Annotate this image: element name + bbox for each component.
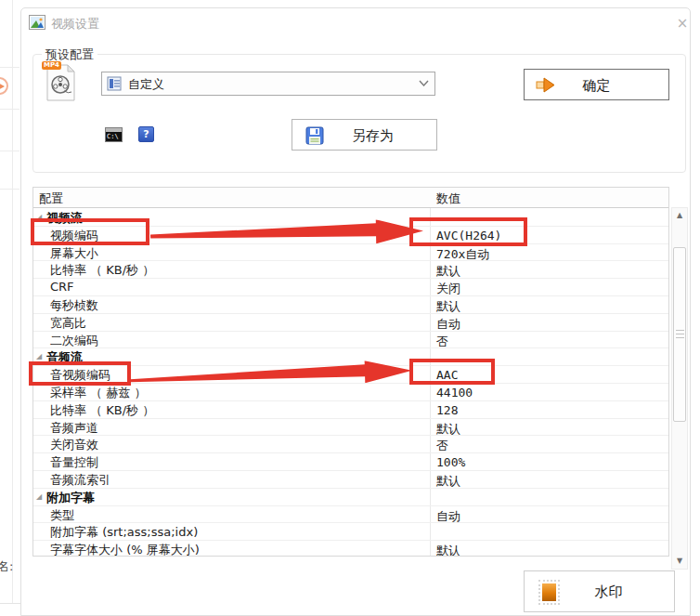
cmd-text: C:\ xyxy=(107,133,119,140)
table-row[interactable]: 音频流索引默认 xyxy=(33,471,668,489)
table-row[interactable]: 屏幕大小720x自动 xyxy=(33,244,668,262)
row-label: 屏幕大小 xyxy=(50,245,98,262)
vertical-scrollbar[interactable]: ▲ ▼ xyxy=(671,207,688,570)
highlight-box-audio-codec-value xyxy=(409,359,495,385)
table-row[interactable]: 宽高比自动 xyxy=(33,314,668,332)
row-value: 默认 xyxy=(436,473,460,490)
close-icon[interactable]: × xyxy=(673,14,692,33)
row-label: 类型 xyxy=(50,507,74,524)
row-label: 字幕字体大小 (% 屏幕大小) xyxy=(50,542,200,557)
background-row-line xyxy=(0,189,19,190)
table-row[interactable]: 字幕字体大小 (% 屏幕大小)默认 xyxy=(33,541,668,557)
table-row[interactable]: 采样率 （ 赫兹 ）44100 xyxy=(33,384,668,401)
row-label: 音量控制 xyxy=(50,454,98,471)
table-row[interactable]: 比特率 （ KB/秒 ）默认 xyxy=(33,261,668,279)
command-line-icon[interactable]: ... C:\ xyxy=(105,127,123,142)
table-row[interactable]: 比特率 （ KB/秒 ）128 xyxy=(33,401,668,419)
preset-combobox[interactable]: 自定义 xyxy=(101,72,435,96)
help-icon[interactable]: ? xyxy=(138,126,154,142)
row-label: 比特率 （ KB/秒 ） xyxy=(50,262,154,279)
red-arrow-video xyxy=(150,218,425,247)
chevron-down-icon xyxy=(419,80,429,86)
save-as-button[interactable]: 另存为 xyxy=(292,119,437,151)
table-header: 配置 数值 xyxy=(33,188,668,208)
cmd-titlebar: ... xyxy=(106,128,122,132)
background-clipped-label: 名: xyxy=(0,558,13,575)
background-row-line xyxy=(0,67,19,68)
play-icon xyxy=(0,77,8,95)
row-label: 附加字幕 xyxy=(46,490,95,506)
row-value: 720x自动 xyxy=(436,246,489,263)
table-row[interactable]: 附加字幕 (srt;ass;ssa;idx) xyxy=(33,523,668,541)
row-label: 二次编码 xyxy=(50,333,98,349)
scroll-up-icon[interactable]: ▲ xyxy=(672,208,687,223)
row-value: 默认 xyxy=(436,263,460,280)
scrollbar-thumb[interactable] xyxy=(673,247,686,422)
table-row[interactable]: CRF关闭 xyxy=(33,279,668,296)
dialog-title: 视频设置 xyxy=(51,16,99,33)
row-value: 默认 xyxy=(436,543,460,557)
table-row[interactable]: 二次编码否 xyxy=(33,332,668,349)
table-group-row[interactable]: ◢附加字幕 xyxy=(33,489,668,506)
row-value: 44100 xyxy=(436,386,473,400)
row-value: 自动 xyxy=(436,508,460,525)
scrollbar-grip xyxy=(676,330,684,341)
row-label: 每秒桢数 xyxy=(50,297,98,314)
mp4-file-icon: MP4 xyxy=(44,64,77,101)
scroll-down-icon[interactable]: ▼ xyxy=(672,554,687,569)
table-row[interactable]: 音量控制100% xyxy=(33,453,668,471)
row-label: CRF xyxy=(50,280,74,294)
row-label: 音频声道 xyxy=(50,420,98,437)
row-label: 音频流索引 xyxy=(50,472,110,489)
table-row[interactable]: 关闭音效否 xyxy=(33,436,668,453)
row-value: 否 xyxy=(436,334,448,350)
highlight-box-video-codec-label xyxy=(31,218,149,245)
preset-combobox-value: 自定义 xyxy=(128,76,164,93)
background-window-edge xyxy=(0,603,20,604)
row-label: 附加字幕 (srt;ass;ssa;idx) xyxy=(50,524,198,541)
row-value: 默认 xyxy=(436,298,460,315)
table-row[interactable]: 音频声道默认 xyxy=(33,419,668,437)
mp4-badge-label: MP4 xyxy=(42,61,61,70)
expand-marker-icon[interactable]: ◢ xyxy=(36,492,42,501)
table-row[interactable]: 类型自动 xyxy=(33,506,668,524)
row-value: 否 xyxy=(436,438,448,454)
table-row[interactable]: 每秒桢数默认 xyxy=(33,296,668,314)
expand-marker-icon[interactable]: ◢ xyxy=(36,352,42,360)
watermark-button[interactable]: 水印 xyxy=(524,570,675,612)
row-label: 宽高比 xyxy=(50,315,86,332)
header-value: 数值 xyxy=(436,190,460,207)
row-value: 关闭 xyxy=(436,281,460,297)
highlight-box-video-codec-value xyxy=(409,217,527,246)
row-label: 关闭音效 xyxy=(50,437,98,453)
row-label: 比特率 （ KB/秒 ） xyxy=(50,402,154,419)
row-value: 自动 xyxy=(436,316,460,333)
watermark-button-label: 水印 xyxy=(525,583,674,601)
highlight-box-audio-codec-label xyxy=(29,361,131,386)
row-value: 默认 xyxy=(436,421,460,438)
ok-button-label: 确定 xyxy=(525,77,668,95)
row-value: 128 xyxy=(436,403,458,417)
background-row-line xyxy=(0,109,19,110)
preset-item-icon xyxy=(107,76,122,91)
background-row-line xyxy=(0,151,19,151)
save-as-button-label: 另存为 xyxy=(292,127,436,145)
image-icon xyxy=(29,14,45,31)
video-settings-dialog: 视频设置 × 预设配置 MP4 自定义 xyxy=(20,7,691,616)
row-value: 100% xyxy=(436,455,465,469)
ok-button[interactable]: 确定 xyxy=(524,69,669,100)
header-config: 配置 xyxy=(39,190,63,207)
background-window-divider xyxy=(12,0,13,604)
